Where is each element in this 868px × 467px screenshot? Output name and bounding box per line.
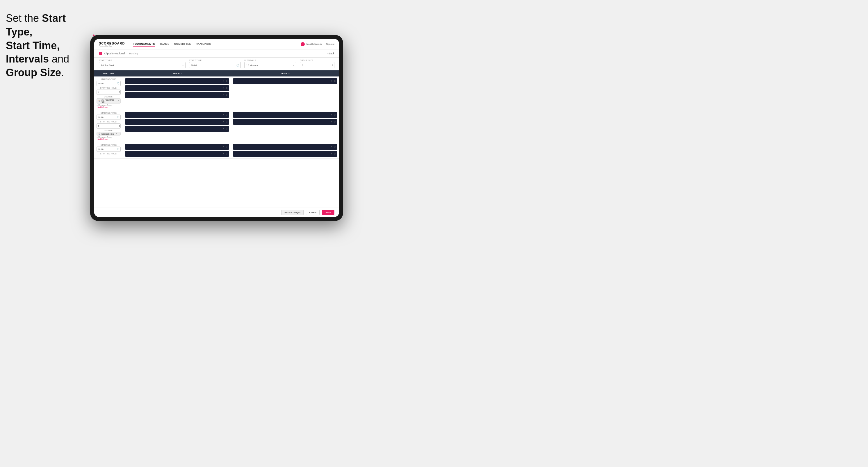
player-expand-icon[interactable]: ⊡	[334, 121, 336, 123]
group-2-team1-row1: ✕ ⊡	[125, 112, 229, 118]
group-1-course-name: (A) Peachtree GC	[101, 99, 116, 103]
course2-close-icon[interactable]: ✕	[116, 133, 118, 135]
group-2-remove-group[interactable]: ○ Remove Group	[97, 136, 121, 138]
player-close-icon[interactable]: ✕	[223, 87, 224, 89]
player-close-icon[interactable]: ✕	[223, 114, 224, 116]
player-close-icon[interactable]: ✕	[331, 146, 333, 148]
group-1-row: STARTING TIME: 🕐 STARTING HOLE: ▲ ▼	[94, 76, 339, 110]
controls-row: Start Type 1st Tee Start Shotgun Start S…	[94, 58, 339, 70]
group-1-time-wrapper: 🕐	[97, 81, 121, 86]
hosting-label: Hosting	[129, 52, 138, 55]
player-expand-icon[interactable]: ⊡	[334, 146, 336, 148]
instruction-bold3: Intervals	[6, 53, 49, 65]
start-type-select[interactable]: 1st Tee Start Shotgun Start Split Tee St…	[99, 62, 186, 68]
remove2-label: Remove Group	[98, 136, 112, 138]
player-close-icon[interactable]: ✕	[223, 80, 224, 82]
group-size-input[interactable]	[300, 62, 334, 68]
player-expand-icon[interactable]: ⊡	[226, 146, 227, 148]
player-expand-icon[interactable]: ⊡	[226, 128, 227, 130]
player-expand-icon[interactable]: ⊡	[226, 87, 227, 89]
group-1-add-group[interactable]: + Add Group	[97, 106, 121, 108]
player-close-icon[interactable]: ✕	[331, 80, 333, 82]
player-expand-icon[interactable]: ⊡	[334, 114, 336, 116]
schedule-table: Tee Time Team 1 Team 2 STARTING TIME: 🕐 …	[94, 70, 339, 208]
group-2-row: STARTING TIME: 🕐 STARTING HOLE: ▲ ▼	[94, 110, 339, 142]
player-close-icon[interactable]: ✕	[331, 114, 333, 116]
sign-out-link[interactable]: Sign out	[326, 43, 334, 45]
group-3-starting-time-label: STARTING TIME:	[97, 144, 121, 146]
player-close-icon[interactable]: ✕	[331, 153, 333, 155]
group-1-hole-stepper: ▲ ▼	[119, 91, 120, 94]
player-expand-icon[interactable]: ⊡	[226, 114, 227, 116]
intervals-group: Intervals 5 Minutes 10 Minutes 15 Minute…	[244, 59, 296, 68]
player-expand-icon[interactable]: ⊡	[226, 121, 227, 123]
group-size-group: Group Size ▲ ▼	[300, 59, 334, 68]
intervals-label: Intervals	[244, 59, 296, 61]
back-arrow-icon: ‹	[327, 52, 328, 55]
player-expand-icon[interactable]: ⊡	[334, 153, 336, 155]
group-2-hole-input[interactable]	[97, 123, 121, 128]
remove2-icon: ○	[97, 136, 98, 138]
group-3-team1-row1: ✕ ⊡	[125, 144, 229, 150]
group-size-label: Group Size	[300, 59, 334, 61]
th-team1: Team 1	[123, 70, 231, 76]
hole-2-down[interactable]: ▼	[119, 126, 120, 127]
player-close-icon[interactable]: ✕	[223, 128, 224, 130]
action-bar: Reset Changes Cancel Save	[94, 208, 339, 217]
player-close-icon[interactable]: ✕	[223, 153, 224, 155]
group-size-stepper: ▲ ▼	[332, 64, 334, 67]
add2-label: + Add Group	[97, 138, 108, 140]
tab-teams[interactable]: TEAMS	[160, 42, 169, 46]
group-size-down[interactable]: ▼	[332, 65, 334, 67]
group-2-team1-panel: ✕ ⊡ ✕ ⊡ ✕ ⊡	[123, 110, 231, 142]
table-header: Tee Time Team 1 Team 2	[94, 70, 339, 76]
instruction-bold4: Group Size	[6, 67, 61, 79]
save-button[interactable]: Save	[322, 210, 334, 215]
group-3-team1-panel: ✕ ⊡ ✕ ⊡	[123, 142, 231, 158]
group-1-team1-panel: ✕ ⊡ ✕ ⊡ ✕ ⊡	[123, 76, 231, 110]
tab-tournaments[interactable]: TOURNAMENTS	[133, 42, 155, 46]
nav-tabs: TOURNAMENTS TEAMS COMMITTEE RANKINGS	[133, 42, 295, 46]
back-button[interactable]: ‹ Back	[327, 52, 334, 55]
hole-1-down[interactable]: ▼	[119, 92, 120, 94]
instruction-text: Set the Start Type, Start Time, Interval…	[6, 12, 90, 80]
tab-rankings[interactable]: RANKINGS	[196, 42, 211, 46]
player-close-icon[interactable]: ✕	[331, 121, 333, 123]
player-expand-icon[interactable]: ⊡	[334, 80, 336, 82]
th-tee-time: Tee Time	[94, 70, 123, 76]
instruction-period: .	[61, 67, 64, 79]
group-section-2: STARTING TIME: 🕐 STARTING HOLE: ▲ ▼	[94, 110, 339, 142]
course-close-icon[interactable]: ✕	[118, 100, 119, 102]
intervals-select-wrapper: 5 Minutes 10 Minutes 15 Minutes 20 Minut…	[244, 62, 296, 68]
group-2-add-group[interactable]: + Add Group	[97, 138, 121, 140]
reset-button[interactable]: Reset Changes	[281, 210, 304, 215]
player-close-icon[interactable]: ✕	[223, 121, 224, 123]
group-1-remove-group[interactable]: ○ Remove Group	[97, 104, 121, 106]
tournament-name[interactable]: Clippd Invitational	[104, 52, 125, 55]
tablet-screen: SCOREBOARD Powered by clipp TOURNAMENTS …	[94, 39, 339, 217]
cancel-button[interactable]: Cancel	[306, 210, 319, 215]
start-type-group: Start Type 1st Tee Start Shotgun Start S…	[99, 59, 186, 68]
course2-icon: 🏌	[98, 133, 101, 135]
player-expand-icon[interactable]: ⊡	[226, 80, 227, 82]
start-time-input[interactable]	[189, 62, 241, 68]
player-expand-icon[interactable]: ⊡	[226, 94, 227, 96]
remove-label: Remove Group	[98, 104, 112, 106]
player-close-icon[interactable]: ✕	[223, 146, 224, 148]
instruction-line1: Set the	[6, 12, 42, 24]
group-1-team1-row1: ✕ ⊡	[125, 78, 229, 84]
group-2-starting-time-label: STARTING TIME:	[97, 112, 121, 114]
player-close-icon[interactable]: ✕	[223, 94, 224, 96]
remove-icon: ○	[97, 104, 98, 106]
group-2-time-wrapper: 🕐	[97, 115, 121, 120]
group-3-hole-label: STARTING HOLE:	[97, 153, 121, 155]
course-icon: 🏌	[98, 100, 101, 102]
group-2-hole-label: STARTING HOLE:	[97, 121, 121, 123]
group-2-team2-row2: ✕ ⊡	[233, 119, 337, 125]
tab-committee[interactable]: COMMITTEE	[174, 42, 191, 46]
player-expand-icon[interactable]: ⊡	[226, 153, 227, 155]
intervals-select[interactable]: 5 Minutes 10 Minutes 15 Minutes 20 Minut…	[244, 62, 296, 68]
group-1-hole-input[interactable]	[97, 90, 121, 95]
group-size-wrapper: ▲ ▼	[300, 62, 334, 68]
instruction-and: and	[49, 53, 69, 65]
